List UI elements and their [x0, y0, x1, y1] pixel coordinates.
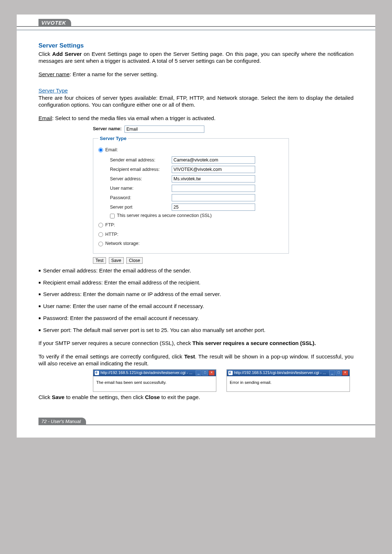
- pass-input[interactable]: [172, 194, 255, 201]
- list-item: Recipient email address: Enter the email…: [38, 279, 354, 286]
- server-name-input[interactable]: [124, 126, 204, 133]
- footer-line: [38, 424, 375, 425]
- ssl-checkbox[interactable]: [110, 214, 115, 218]
- bold: This server requires a secure connection…: [192, 340, 316, 346]
- ssl-note: If your SMTP server requires a secure co…: [38, 340, 354, 347]
- server-name-desc: : Enter a name for the server setting.: [70, 71, 158, 77]
- server-name-field-label: Server name:: [93, 126, 122, 132]
- save-button[interactable]: Save: [109, 257, 124, 264]
- content: Server Settings Click Add Server on Even…: [17, 31, 375, 401]
- list-item: User name: Enter the user name of the em…: [38, 303, 354, 310]
- brand-text: VIVOTEK: [38, 19, 71, 27]
- test-button[interactable]: Test: [93, 257, 106, 264]
- pass-label: Password:: [110, 195, 172, 201]
- email-line: Email: Select to send the media files vi…: [38, 115, 354, 122]
- email-fields: Sender email address: Recipient email ad…: [110, 156, 283, 211]
- fieldset-legend: Server Type: [98, 136, 128, 141]
- popup-body: The email has been sent successfully.: [93, 376, 216, 391]
- server-name-label: Server name: [38, 71, 70, 77]
- user-input[interactable]: [172, 185, 255, 192]
- bold: Test: [184, 353, 195, 360]
- recipient-label: Recipient email address:: [110, 167, 172, 173]
- server-name-row: Server name:: [93, 126, 289, 133]
- brand-bar: VIVOTEK: [17, 15, 375, 31]
- popup-title: http://192.168.5.121/cgi-bin/admin/tests…: [101, 370, 192, 376]
- close-icon[interactable]: ×: [209, 370, 215, 376]
- sender-label: Sender email address:: [110, 157, 172, 163]
- bullet-list: Sender email address: Enter the email ad…: [38, 267, 354, 334]
- popup-success: http://192.168.5.121/cgi-bin/admin/tests…: [93, 369, 216, 392]
- result-popups: http://192.168.5.121/cgi-bin/admin/tests…: [93, 369, 354, 392]
- radio-ftp[interactable]: [98, 223, 103, 227]
- radio-email-label: Email:: [105, 147, 118, 153]
- list-item: Server port: The default mail server por…: [38, 327, 354, 334]
- user-label: User name:: [110, 186, 172, 192]
- ie-icon: [95, 371, 99, 375]
- port-label: Server port: [110, 205, 172, 210]
- text: on Event Settings page to open the Serve…: [38, 51, 354, 64]
- radio-ns-label: Network storage:: [105, 241, 139, 247]
- radio-http-label: HTTP:: [105, 232, 118, 238]
- server-name-line: Server name: Enter a name for the server…: [38, 71, 354, 78]
- text: To verify if the email settings are corr…: [38, 353, 184, 360]
- intro-paragraph: Click Add Server on Event Settings page …: [38, 51, 354, 65]
- popup-title: http://192.168.5.121/cgi-bin/admin/tests…: [234, 370, 326, 376]
- document-page: VIVOTEK Server Settings Click Add Server…: [17, 15, 375, 438]
- minimize-icon[interactable]: _: [196, 370, 201, 376]
- server-settings-dialog: Server name: Server Type Email: Sender e…: [93, 126, 289, 264]
- server-addr-label: Server address:: [110, 176, 172, 182]
- bold: Add Server: [52, 51, 82, 57]
- list-item: Sender email address: Enter the email ad…: [38, 267, 354, 274]
- maximize-icon[interactable]: □: [202, 370, 208, 376]
- maximize-icon[interactable]: □: [336, 370, 342, 376]
- sender-input[interactable]: [172, 156, 255, 164]
- popup-body: Error in sending email.: [227, 376, 350, 391]
- server-addr-input[interactable]: [172, 175, 255, 182]
- text: to exit the page.: [160, 394, 200, 400]
- email-heading: Email: [38, 115, 52, 121]
- section-title: Server Settings: [38, 42, 354, 49]
- server-type-fieldset: Server Type Email: Sender email address:…: [93, 136, 289, 254]
- text: to enable the settings, then click: [65, 394, 145, 400]
- server-type-intro: There are four choices of server types a…: [38, 95, 354, 108]
- recipient-input[interactable]: [172, 166, 255, 173]
- bold: Close: [145, 394, 160, 400]
- text: If your SMTP server requires a secure co…: [38, 340, 192, 346]
- radio-ftp-label: FTP:: [105, 222, 115, 228]
- radio-email-row: Email:: [98, 147, 283, 153]
- page-footer: 72 - User's Manual: [17, 415, 375, 427]
- radio-http[interactable]: [98, 232, 103, 237]
- text: Click: [38, 394, 52, 400]
- footer-text: 72 - User's Manual: [38, 418, 86, 425]
- dialog-buttons: Test Save Close: [93, 257, 289, 264]
- email-desc: : Select to send the media files via ema…: [52, 115, 216, 121]
- port-input[interactable]: [172, 204, 255, 211]
- ssl-row: This server requires a secure connection…: [110, 213, 283, 219]
- close-button[interactable]: Close: [126, 257, 143, 264]
- radio-email[interactable]: [98, 148, 103, 152]
- close-icon[interactable]: ×: [342, 370, 348, 376]
- ie-icon: [228, 371, 233, 375]
- popup-error: http://192.168.5.121/cgi-bin/admin/tests…: [226, 369, 350, 392]
- verify-note: To verify if the email settings are corr…: [38, 353, 354, 367]
- popup-titlebar: http://192.168.5.121/cgi-bin/admin/tests…: [227, 370, 350, 376]
- radio-ns[interactable]: [98, 242, 103, 246]
- popup-titlebar: http://192.168.5.121/cgi-bin/admin/tests…: [93, 370, 216, 376]
- save-close-line: Click Save to enable the settings, then …: [38, 394, 354, 401]
- server-type-heading: Server Type: [38, 87, 354, 94]
- text: Click: [38, 51, 52, 57]
- bold: Save: [52, 394, 65, 400]
- list-item: Server address: Enter the domain name or…: [38, 291, 354, 298]
- ssl-label: This server requires a secure connection…: [117, 213, 212, 219]
- list-item: Password: Enter the password of the emai…: [38, 315, 354, 322]
- minimize-icon[interactable]: _: [329, 370, 335, 376]
